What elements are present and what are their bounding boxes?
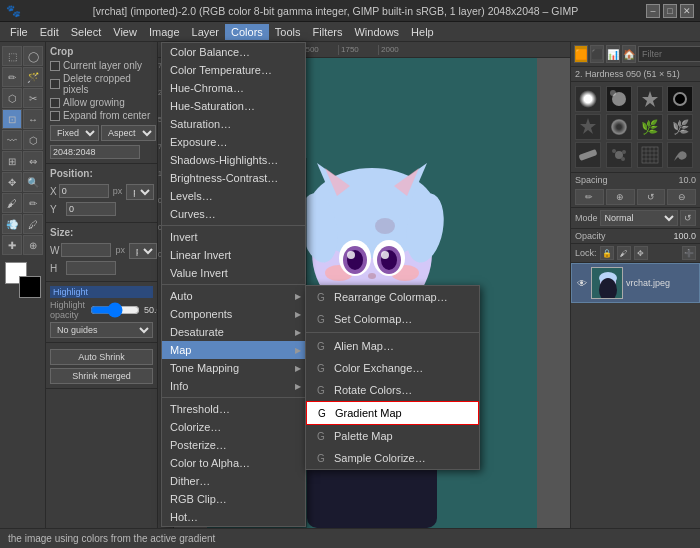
- maximize-button[interactable]: □: [663, 4, 677, 18]
- menu-threshold[interactable]: Threshold…: [162, 400, 305, 418]
- allow-growing-check[interactable]: [50, 98, 60, 108]
- brush-icon-1[interactable]: 🟧: [574, 45, 588, 63]
- brush-item[interactable]: 🌿: [667, 114, 693, 140]
- menu-exposure[interactable]: Exposure…: [162, 133, 305, 151]
- size-unit-select[interactable]: px: [129, 243, 157, 259]
- submenu-color-exchange[interactable]: G Color Exchange…: [306, 357, 479, 379]
- highlight-opacity-slider[interactable]: [90, 302, 140, 318]
- tool-move[interactable]: ✥: [2, 172, 22, 192]
- menu-edit[interactable]: Edit: [34, 24, 65, 40]
- shrink-merged-button[interactable]: Shrink merged: [50, 368, 153, 384]
- brush-item[interactable]: [606, 114, 632, 140]
- tool-rect-select[interactable]: ⬚: [2, 46, 22, 66]
- brush-item[interactable]: [606, 86, 632, 112]
- menu-posterize[interactable]: Posterize…: [162, 436, 305, 454]
- menu-brightness-contrast[interactable]: Brightness-Contrast…: [162, 169, 305, 187]
- menu-file[interactable]: File: [4, 24, 34, 40]
- tool-select-by-color[interactable]: ⬡: [2, 88, 22, 108]
- menu-value-invert[interactable]: Value Invert: [162, 264, 305, 282]
- menu-color-to-alpha[interactable]: Color to Alpha…: [162, 454, 305, 472]
- dimensions-input[interactable]: [50, 145, 140, 159]
- tool-clone[interactable]: ⊕: [23, 235, 43, 255]
- mode-select[interactable]: Normal: [600, 210, 678, 226]
- menu-auto[interactable]: Auto: [162, 287, 305, 305]
- tool-fuzzy-select[interactable]: 🪄: [23, 67, 43, 87]
- menu-info[interactable]: Info: [162, 377, 305, 395]
- menu-colorize[interactable]: Colorize…: [162, 418, 305, 436]
- px-unit-select[interactable]: px: [126, 184, 154, 200]
- lock-position-button[interactable]: ✥: [634, 246, 648, 260]
- filter-input[interactable]: [638, 46, 700, 62]
- menu-linear-invert[interactable]: Linear Invert: [162, 246, 305, 264]
- brush-duplicate-button[interactable]: ⊕: [606, 189, 635, 205]
- menu-saturation[interactable]: Saturation…: [162, 115, 305, 133]
- tool-zoom[interactable]: 🔍: [23, 172, 43, 192]
- delete-cropped-check[interactable]: [50, 79, 60, 89]
- menu-components[interactable]: Components: [162, 305, 305, 323]
- brush-item[interactable]: [667, 142, 693, 168]
- submenu-sample-colorize[interactable]: G Sample Colorize…: [306, 447, 479, 469]
- tool-ink[interactable]: 🖊: [23, 214, 43, 234]
- pos-x-input[interactable]: [59, 184, 109, 198]
- menu-select[interactable]: Select: [65, 24, 108, 40]
- brush-item[interactable]: [637, 86, 663, 112]
- submenu-set-colormap[interactable]: G Set Colormap…: [306, 308, 479, 330]
- brush-item[interactable]: 🌿: [637, 114, 663, 140]
- menu-tools[interactable]: Tools: [269, 24, 307, 40]
- menu-dither[interactable]: Dither…: [162, 472, 305, 490]
- menu-tone-mapping[interactable]: Tone Mapping: [162, 359, 305, 377]
- expand-center-check[interactable]: [50, 111, 60, 121]
- minimize-button[interactable]: –: [646, 4, 660, 18]
- size-w-input[interactable]: [61, 243, 111, 257]
- auto-shrink-button[interactable]: Auto Shrink: [50, 349, 153, 365]
- tool-3d-transform[interactable]: ⬡: [23, 130, 43, 150]
- menu-levels[interactable]: Levels…: [162, 187, 305, 205]
- menu-map[interactable]: Map: [162, 341, 305, 359]
- tool-heal[interactable]: ✚: [2, 235, 22, 255]
- tool-airbrush[interactable]: 💨: [2, 214, 22, 234]
- menu-hue-chroma[interactable]: Hue-Chroma…: [162, 79, 305, 97]
- lock-paint-button[interactable]: 🖌: [617, 246, 631, 260]
- menu-color-balance[interactable]: Color Balance…: [162, 43, 305, 61]
- patterns-icon[interactable]: 🏠: [622, 45, 636, 63]
- brush-item[interactable]: [637, 142, 663, 168]
- menu-layer[interactable]: Layer: [186, 24, 226, 40]
- brush-item[interactable]: [575, 142, 601, 168]
- pos-y-input[interactable]: [66, 202, 116, 216]
- tool-free-select[interactable]: ✏: [2, 67, 22, 87]
- tool-paint[interactable]: 🖌: [2, 193, 22, 213]
- menu-view[interactable]: View: [107, 24, 143, 40]
- background-color[interactable]: [19, 276, 41, 298]
- layer-visibility-eye[interactable]: 👁: [576, 277, 588, 289]
- submenu-rearrange-colormap[interactable]: G Rearrange Colormap…: [306, 286, 479, 308]
- menu-windows[interactable]: Windows: [348, 24, 405, 40]
- menu-hue-saturation[interactable]: Hue-Saturation…: [162, 97, 305, 115]
- tool-scissors[interactable]: ✂: [23, 88, 43, 108]
- brush-item[interactable]: [667, 86, 693, 112]
- brush-icon-2[interactable]: ⬛: [590, 45, 604, 63]
- submenu-gradient-map[interactable]: G Gradient Map: [306, 401, 479, 425]
- menu-image[interactable]: Image: [143, 24, 186, 40]
- brush-item[interactable]: [575, 86, 601, 112]
- menu-rgb-clip[interactable]: RGB Clip…: [162, 490, 305, 508]
- lock-alpha-button[interactable]: 🔒: [600, 246, 614, 260]
- tool-ellipse-select[interactable]: ◯: [23, 46, 43, 66]
- menu-desaturate[interactable]: Desaturate: [162, 323, 305, 341]
- aspect-ratio-select[interactable]: Aspect ratio: [101, 125, 156, 141]
- close-button[interactable]: ✕: [680, 4, 694, 18]
- fixed-select[interactable]: Fixed: [50, 125, 99, 141]
- submenu-rotate-colors[interactable]: G Rotate Colors…: [306, 379, 479, 401]
- tool-align[interactable]: ⊞: [2, 151, 22, 171]
- brush-refresh-button[interactable]: ↺: [637, 189, 666, 205]
- menu-help[interactable]: Help: [405, 24, 440, 40]
- brush-delete-button[interactable]: ⊖: [667, 189, 696, 205]
- menu-filters[interactable]: Filters: [307, 24, 349, 40]
- tool-measure[interactable]: ⇔: [23, 151, 43, 171]
- menu-invert[interactable]: Invert: [162, 228, 305, 246]
- layer-row[interactable]: 👁 vrchat.jpeg: [571, 263, 700, 303]
- menu-color-temperature[interactable]: Color Temperature…: [162, 61, 305, 79]
- submenu-palette-map[interactable]: G Palette Map: [306, 425, 479, 447]
- size-h-input[interactable]: [66, 261, 116, 275]
- tool-transform[interactable]: ↔: [23, 109, 43, 129]
- brush-item[interactable]: [606, 142, 632, 168]
